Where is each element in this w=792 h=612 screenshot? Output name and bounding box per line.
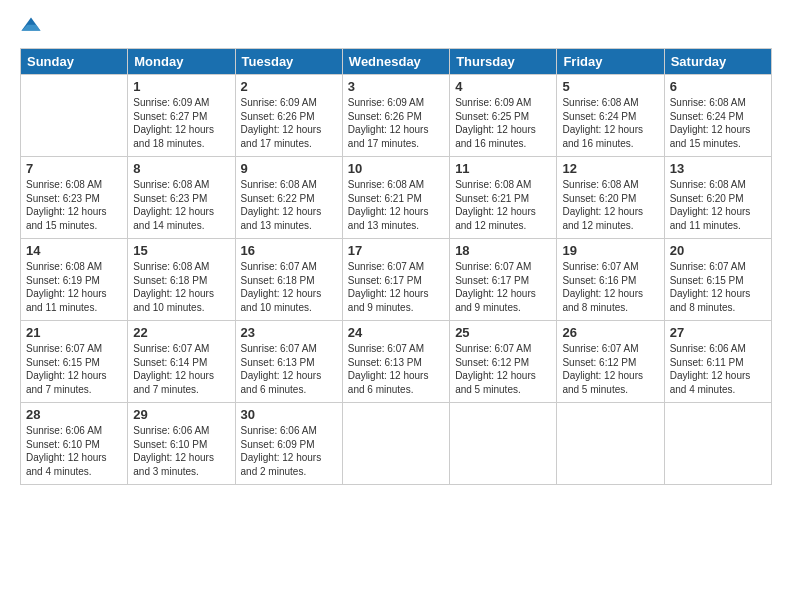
cell-sun-info: Sunrise: 6:08 AMSunset: 6:22 PMDaylight:… [241, 178, 337, 232]
day-number: 18 [455, 243, 551, 258]
day-number: 22 [133, 325, 229, 340]
day-number: 30 [241, 407, 337, 422]
cell-sun-info: Sunrise: 6:07 AMSunset: 6:18 PMDaylight:… [241, 260, 337, 314]
logo-icon [20, 16, 42, 38]
calendar-cell: 17Sunrise: 6:07 AMSunset: 6:17 PMDayligh… [342, 239, 449, 321]
weekday-header: Tuesday [235, 49, 342, 75]
cell-sun-info: Sunrise: 6:08 AMSunset: 6:23 PMDaylight:… [133, 178, 229, 232]
weekday-header: Saturday [664, 49, 771, 75]
cell-sun-info: Sunrise: 6:09 AMSunset: 6:27 PMDaylight:… [133, 96, 229, 150]
day-number: 24 [348, 325, 444, 340]
day-number: 15 [133, 243, 229, 258]
calendar-cell: 30Sunrise: 6:06 AMSunset: 6:09 PMDayligh… [235, 403, 342, 485]
cell-sun-info: Sunrise: 6:08 AMSunset: 6:21 PMDaylight:… [348, 178, 444, 232]
cell-sun-info: Sunrise: 6:08 AMSunset: 6:21 PMDaylight:… [455, 178, 551, 232]
calendar-cell [450, 403, 557, 485]
weekday-header: Friday [557, 49, 664, 75]
day-number: 5 [562, 79, 658, 94]
day-number: 27 [670, 325, 766, 340]
calendar-cell: 4Sunrise: 6:09 AMSunset: 6:25 PMDaylight… [450, 75, 557, 157]
day-number: 25 [455, 325, 551, 340]
calendar-cell: 14Sunrise: 6:08 AMSunset: 6:19 PMDayligh… [21, 239, 128, 321]
calendar-cell: 8Sunrise: 6:08 AMSunset: 6:23 PMDaylight… [128, 157, 235, 239]
calendar-cell: 3Sunrise: 6:09 AMSunset: 6:26 PMDaylight… [342, 75, 449, 157]
calendar-cell: 24Sunrise: 6:07 AMSunset: 6:13 PMDayligh… [342, 321, 449, 403]
calendar-cell: 28Sunrise: 6:06 AMSunset: 6:10 PMDayligh… [21, 403, 128, 485]
cell-sun-info: Sunrise: 6:07 AMSunset: 6:13 PMDaylight:… [241, 342, 337, 396]
cell-sun-info: Sunrise: 6:08 AMSunset: 6:20 PMDaylight:… [670, 178, 766, 232]
day-number: 16 [241, 243, 337, 258]
day-number: 4 [455, 79, 551, 94]
weekday-header: Wednesday [342, 49, 449, 75]
day-number: 10 [348, 161, 444, 176]
calendar-week-row: 1Sunrise: 6:09 AMSunset: 6:27 PMDaylight… [21, 75, 772, 157]
cell-sun-info: Sunrise: 6:08 AMSunset: 6:20 PMDaylight:… [562, 178, 658, 232]
day-number: 6 [670, 79, 766, 94]
calendar-cell: 19Sunrise: 6:07 AMSunset: 6:16 PMDayligh… [557, 239, 664, 321]
calendar-cell: 20Sunrise: 6:07 AMSunset: 6:15 PMDayligh… [664, 239, 771, 321]
cell-sun-info: Sunrise: 6:09 AMSunset: 6:25 PMDaylight:… [455, 96, 551, 150]
calendar-cell: 12Sunrise: 6:08 AMSunset: 6:20 PMDayligh… [557, 157, 664, 239]
cell-sun-info: Sunrise: 6:07 AMSunset: 6:14 PMDaylight:… [133, 342, 229, 396]
calendar-cell: 1Sunrise: 6:09 AMSunset: 6:27 PMDaylight… [128, 75, 235, 157]
day-number: 23 [241, 325, 337, 340]
calendar-cell: 9Sunrise: 6:08 AMSunset: 6:22 PMDaylight… [235, 157, 342, 239]
calendar-week-row: 14Sunrise: 6:08 AMSunset: 6:19 PMDayligh… [21, 239, 772, 321]
day-number: 9 [241, 161, 337, 176]
cell-sun-info: Sunrise: 6:08 AMSunset: 6:18 PMDaylight:… [133, 260, 229, 314]
cell-sun-info: Sunrise: 6:06 AMSunset: 6:11 PMDaylight:… [670, 342, 766, 396]
cell-sun-info: Sunrise: 6:07 AMSunset: 6:15 PMDaylight:… [26, 342, 122, 396]
calendar-cell: 25Sunrise: 6:07 AMSunset: 6:12 PMDayligh… [450, 321, 557, 403]
day-number: 29 [133, 407, 229, 422]
cell-sun-info: Sunrise: 6:08 AMSunset: 6:24 PMDaylight:… [562, 96, 658, 150]
calendar-cell: 10Sunrise: 6:08 AMSunset: 6:21 PMDayligh… [342, 157, 449, 239]
cell-sun-info: Sunrise: 6:08 AMSunset: 6:19 PMDaylight:… [26, 260, 122, 314]
cell-sun-info: Sunrise: 6:08 AMSunset: 6:24 PMDaylight:… [670, 96, 766, 150]
cell-sun-info: Sunrise: 6:09 AMSunset: 6:26 PMDaylight:… [241, 96, 337, 150]
weekday-header: Monday [128, 49, 235, 75]
day-number: 17 [348, 243, 444, 258]
page-header [20, 16, 772, 38]
day-number: 12 [562, 161, 658, 176]
calendar-week-row: 21Sunrise: 6:07 AMSunset: 6:15 PMDayligh… [21, 321, 772, 403]
cell-sun-info: Sunrise: 6:07 AMSunset: 6:12 PMDaylight:… [455, 342, 551, 396]
day-number: 1 [133, 79, 229, 94]
weekday-header: Sunday [21, 49, 128, 75]
calendar-cell: 23Sunrise: 6:07 AMSunset: 6:13 PMDayligh… [235, 321, 342, 403]
calendar-cell [664, 403, 771, 485]
day-number: 28 [26, 407, 122, 422]
day-number: 2 [241, 79, 337, 94]
cell-sun-info: Sunrise: 6:06 AMSunset: 6:10 PMDaylight:… [26, 424, 122, 478]
day-number: 14 [26, 243, 122, 258]
cell-sun-info: Sunrise: 6:06 AMSunset: 6:10 PMDaylight:… [133, 424, 229, 478]
cell-sun-info: Sunrise: 6:08 AMSunset: 6:23 PMDaylight:… [26, 178, 122, 232]
calendar-cell: 18Sunrise: 6:07 AMSunset: 6:17 PMDayligh… [450, 239, 557, 321]
calendar-cell: 6Sunrise: 6:08 AMSunset: 6:24 PMDaylight… [664, 75, 771, 157]
calendar-week-row: 28Sunrise: 6:06 AMSunset: 6:10 PMDayligh… [21, 403, 772, 485]
calendar-cell: 27Sunrise: 6:06 AMSunset: 6:11 PMDayligh… [664, 321, 771, 403]
logo [20, 16, 46, 38]
calendar-cell [342, 403, 449, 485]
cell-sun-info: Sunrise: 6:07 AMSunset: 6:16 PMDaylight:… [562, 260, 658, 314]
calendar-cell: 7Sunrise: 6:08 AMSunset: 6:23 PMDaylight… [21, 157, 128, 239]
cell-sun-info: Sunrise: 6:07 AMSunset: 6:12 PMDaylight:… [562, 342, 658, 396]
calendar-cell: 22Sunrise: 6:07 AMSunset: 6:14 PMDayligh… [128, 321, 235, 403]
day-number: 26 [562, 325, 658, 340]
cell-sun-info: Sunrise: 6:07 AMSunset: 6:15 PMDaylight:… [670, 260, 766, 314]
calendar-cell: 5Sunrise: 6:08 AMSunset: 6:24 PMDaylight… [557, 75, 664, 157]
calendar-table: SundayMondayTuesdayWednesdayThursdayFrid… [20, 48, 772, 485]
calendar-header-row: SundayMondayTuesdayWednesdayThursdayFrid… [21, 49, 772, 75]
day-number: 13 [670, 161, 766, 176]
calendar-cell [557, 403, 664, 485]
calendar-cell: 16Sunrise: 6:07 AMSunset: 6:18 PMDayligh… [235, 239, 342, 321]
calendar-cell: 29Sunrise: 6:06 AMSunset: 6:10 PMDayligh… [128, 403, 235, 485]
day-number: 3 [348, 79, 444, 94]
calendar-cell: 13Sunrise: 6:08 AMSunset: 6:20 PMDayligh… [664, 157, 771, 239]
cell-sun-info: Sunrise: 6:07 AMSunset: 6:17 PMDaylight:… [455, 260, 551, 314]
day-number: 20 [670, 243, 766, 258]
weekday-header: Thursday [450, 49, 557, 75]
cell-sun-info: Sunrise: 6:06 AMSunset: 6:09 PMDaylight:… [241, 424, 337, 478]
day-number: 11 [455, 161, 551, 176]
calendar-cell: 26Sunrise: 6:07 AMSunset: 6:12 PMDayligh… [557, 321, 664, 403]
day-number: 21 [26, 325, 122, 340]
